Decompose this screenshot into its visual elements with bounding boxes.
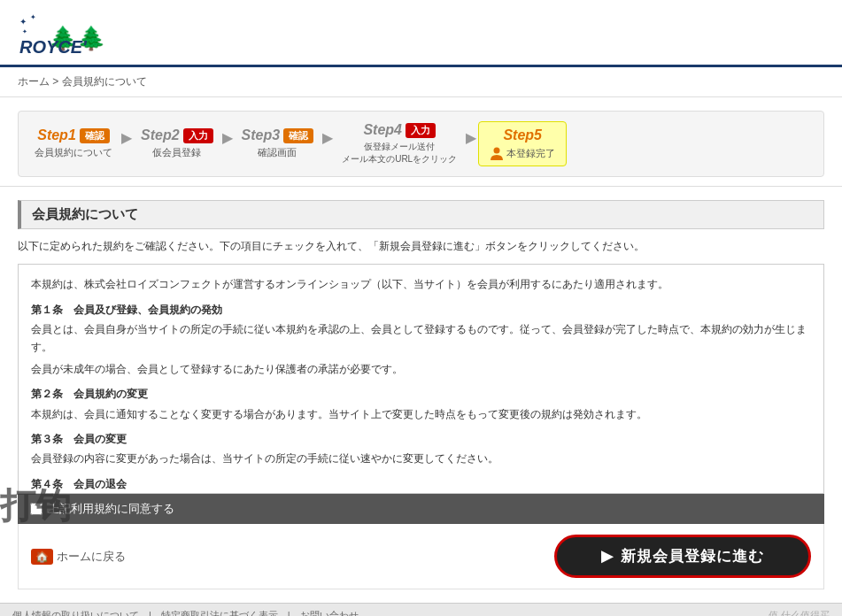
terms-h-4: 第４条 会員の退会 (31, 475, 811, 493)
terms-line-8: 本規約は、会員に通知することなく変更する場合があります。当サイト上で変更した時点… (31, 405, 811, 423)
terms-line-5: 会員が未成年の場合、会員として登録するにあたり保護者の承諾が必要です。 (31, 360, 811, 378)
step5-cell: Step5 本登録完了 (478, 121, 567, 166)
step4-badge: 入力 (406, 123, 436, 138)
step2-desc: 仮会員登録 (152, 146, 201, 159)
annotation-text: 打钩 (0, 486, 71, 525)
arrow-1: ▶ (121, 129, 132, 158)
breadcrumb-home[interactable]: ホーム (18, 75, 50, 88)
step5-complete-label: 本登録完了 (506, 147, 555, 160)
step3-cell: Step3 確認 確認画面 (235, 124, 321, 163)
terms-line-0: 本規約は、株式会社ロイズコンフェクトが運営するオンラインショップ（以下、当サイト… (31, 275, 811, 293)
register-btn-label: 新規会員登録に進む (621, 546, 764, 566)
step5-desc: 本登録完了 (490, 146, 555, 160)
svg-point-5 (494, 148, 500, 154)
svg-text:ROYCE': ROYCE' (19, 37, 88, 57)
step5-label: Step5 (503, 127, 542, 143)
terms-h-2: 第２条 会員規約の変更 (31, 385, 811, 403)
watermark-text: 值 什么值得买 (769, 609, 830, 616)
annotation-box: 打钩 (0, 481, 71, 530)
step3-label: Step3 (242, 127, 281, 143)
steps-wrapper: Step1 確認 会員規約について ▶ Step2 入力 仮会員登録 ▶ Ste… (18, 111, 824, 177)
step1-label: Step1 (37, 127, 76, 143)
arrow-3: ▶ (322, 129, 333, 158)
terms-h-1: 第１条 会員及び登録、会員規約の発効 (31, 301, 811, 319)
intro-text: 以下に定められた規約をご確認ください。下の項目にチェックを入れて、「新規会員登録… (18, 238, 824, 255)
svg-text:✦: ✦ (30, 13, 36, 21)
footer-text: 個人情報の取り扱いについて | 特定商取引法に基づく表示 | お問い合わせ (12, 610, 359, 616)
step1-cell: Step1 確認 会員規約について (27, 124, 120, 163)
terms-box[interactable]: 本規約は、株式会社ロイズコンフェクトが運営するオンラインショップ（以下、当サイト… (18, 264, 824, 494)
main-content: 会員規約について 以下に定められた規約をご確認ください。下の項目にチェックを入れ… (0, 187, 842, 603)
step1-desc: 会員規約について (35, 146, 112, 159)
home-icon: 🏠 (31, 549, 53, 565)
btn-arrow-icon: ▶ (601, 547, 614, 566)
footer-strip: 個人情報の取り扱いについて | 特定商取引法に基づく表示 | お問い合わせ 值 … (0, 603, 842, 616)
arrow-4: ▶ (466, 129, 476, 158)
section-title: 会員規約について (18, 200, 824, 229)
step4-desc: 仮登録メール送付メール本文のURLをクリック (342, 141, 457, 166)
logo-area: ✦ ✦ ✦ 🌲🌲 ROYCE' (18, 9, 133, 58)
home-link[interactable]: 🏠 ホームに戻る (31, 549, 126, 565)
breadcrumb-separator: > (52, 75, 61, 88)
step2-cell: Step2 入力 仮会員登録 (134, 124, 220, 163)
step3-desc: 確認画面 (258, 146, 297, 159)
step1-badge: 確認 (80, 128, 110, 143)
home-link-text: ホームに戻る (57, 549, 126, 565)
svg-text:✦: ✦ (19, 17, 27, 27)
actions-row: 🏠 ホームに戻る ▶ 新規会員登録に進む (18, 524, 824, 589)
agree-row: 上記利用規約に同意する (18, 494, 824, 524)
breadcrumb: ホーム > 会員規約について (0, 67, 842, 97)
step3-badge: 確認 (283, 128, 313, 143)
person-icon (490, 146, 504, 160)
step2-badge: 入力 (183, 128, 213, 143)
breadcrumb-current: 会員規約について (62, 75, 147, 88)
arrow-2: ▶ (222, 129, 233, 158)
header: ✦ ✦ ✦ 🌲🌲 ROYCE' (0, 0, 842, 67)
svg-text:✦: ✦ (22, 28, 27, 35)
step2-label: Step2 (141, 127, 180, 143)
step4-label: Step4 (363, 122, 402, 138)
terms-line-3: 会員とは、会員自身が当サイトの所定の手続に従い本規約を承認の上、会員として登録す… (31, 320, 811, 357)
terms-h-3: 第３条 会員の変更 (31, 430, 811, 448)
steps-container: Step1 確認 会員規約について ▶ Step2 入力 仮会員登録 ▶ Ste… (0, 97, 842, 187)
register-button[interactable]: ▶ 新規会員登録に進む (554, 535, 811, 578)
step4-cell: Step4 入力 仮登録メール送付メール本文のURLをクリック (335, 119, 464, 169)
royce-logo: ✦ ✦ ✦ 🌲🌲 ROYCE' (18, 9, 133, 58)
terms-line-11: 会員登録の内容に変更があった場合は、当サイトの所定の手続に従い速やかに変更してく… (31, 450, 811, 467)
